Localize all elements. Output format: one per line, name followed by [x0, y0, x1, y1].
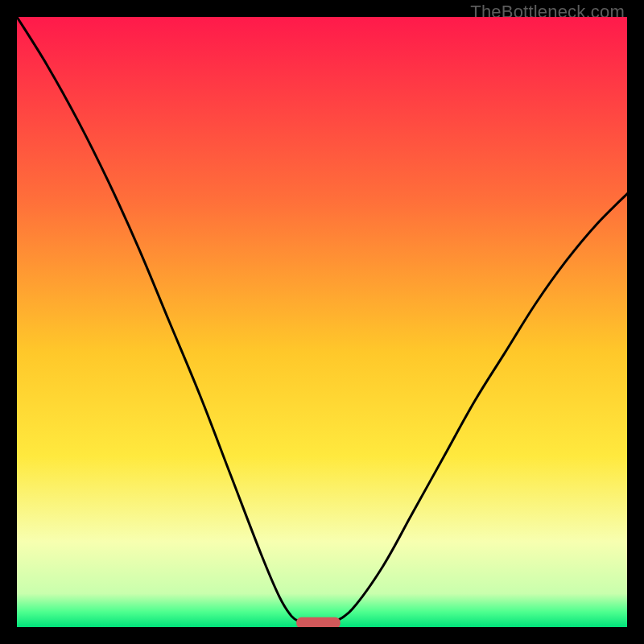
chart-svg	[17, 17, 627, 627]
optimum-marker	[296, 617, 341, 627]
plot-area	[17, 17, 627, 627]
gradient-background	[17, 17, 627, 627]
chart-container: TheBottleneck.com	[0, 0, 644, 644]
